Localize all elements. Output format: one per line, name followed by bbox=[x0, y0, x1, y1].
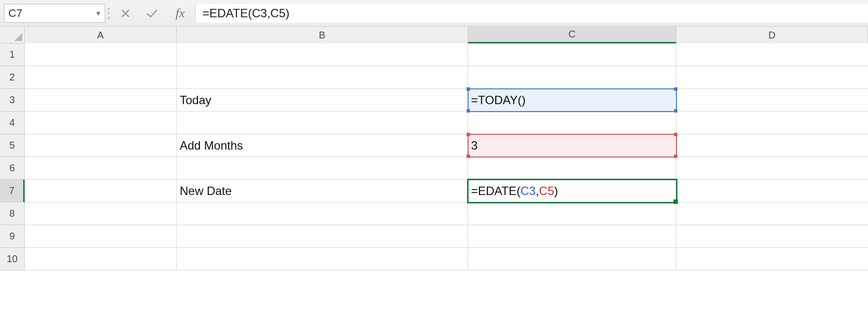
column-headers: A B C D bbox=[0, 27, 868, 43]
row-header[interactable]: 4 bbox=[0, 112, 25, 134]
cell-B8[interactable] bbox=[177, 202, 468, 225]
row-7: 7 New Date =EDATE(C3,C5) bbox=[0, 180, 868, 202]
chevron-down-icon[interactable]: ▼ bbox=[95, 9, 102, 17]
cell-D2[interactable] bbox=[676, 66, 868, 89]
spreadsheet-grid: A B C D 1 2 3 Today =TODAY() bbox=[0, 27, 868, 312]
formula-ref-c3: C3 bbox=[520, 184, 536, 198]
cell-C7[interactable]: =EDATE(C3,C5) bbox=[468, 180, 676, 202]
name-box-value: C7 bbox=[8, 7, 22, 20]
cell-B1[interactable] bbox=[177, 43, 468, 66]
range-handle[interactable] bbox=[467, 109, 470, 113]
cell-C10[interactable] bbox=[468, 248, 676, 271]
row-header[interactable]: 7 bbox=[0, 180, 25, 202]
fill-handle[interactable] bbox=[673, 199, 678, 204]
name-box[interactable]: C7 ▼ bbox=[4, 4, 105, 23]
row-header[interactable]: 1 bbox=[0, 43, 25, 66]
row-header[interactable]: 6 bbox=[0, 157, 25, 180]
row-2: 2 bbox=[0, 66, 868, 89]
cell-C3[interactable]: =TODAY() bbox=[468, 89, 676, 112]
row-header[interactable]: 2 bbox=[0, 66, 25, 89]
cell-B6[interactable] bbox=[177, 157, 468, 180]
cell-D5[interactable] bbox=[676, 134, 868, 157]
formula-ref-c5: C5 bbox=[539, 184, 554, 198]
cell-B2[interactable] bbox=[177, 66, 468, 89]
cell-D1[interactable] bbox=[676, 43, 868, 66]
cell-A7[interactable] bbox=[25, 180, 177, 202]
cell-A2[interactable] bbox=[25, 66, 177, 89]
cell-D4[interactable] bbox=[676, 112, 868, 134]
cell-B10[interactable] bbox=[177, 248, 468, 271]
row-6: 6 bbox=[0, 157, 868, 180]
cancel-icon[interactable] bbox=[112, 4, 139, 23]
row-9: 9 bbox=[0, 225, 868, 248]
row-5: 5 Add Months 3 bbox=[0, 134, 868, 157]
range-handle[interactable] bbox=[467, 133, 470, 136]
formula-segment: ) bbox=[554, 184, 558, 198]
rows: 1 2 3 Today =TODAY() bbox=[0, 43, 868, 271]
row-header[interactable]: 5 bbox=[0, 134, 25, 157]
cell-A5[interactable] bbox=[25, 134, 177, 157]
cell-A8[interactable] bbox=[25, 202, 177, 225]
cell-C5[interactable]: 3 bbox=[468, 134, 676, 157]
row-4: 4 bbox=[0, 112, 868, 134]
cell-D9[interactable] bbox=[676, 225, 868, 248]
row-3: 3 Today =TODAY() bbox=[0, 89, 868, 112]
cell-A3[interactable] bbox=[25, 89, 177, 112]
cell-C1[interactable] bbox=[468, 43, 676, 66]
cell-A1[interactable] bbox=[25, 43, 177, 66]
cell-A4[interactable] bbox=[25, 112, 177, 134]
row-10: 10 bbox=[0, 248, 868, 271]
row-header[interactable]: 3 bbox=[0, 89, 25, 112]
range-handle[interactable] bbox=[674, 133, 677, 136]
column-header-D[interactable]: D bbox=[676, 27, 868, 43]
row-header[interactable]: 8 bbox=[0, 202, 25, 225]
cell-B5[interactable]: Add Months bbox=[177, 134, 468, 157]
cell-D7[interactable] bbox=[676, 180, 868, 202]
cell-A9[interactable] bbox=[25, 225, 177, 248]
row-header[interactable]: 10 bbox=[0, 248, 25, 271]
formula-bar: C7 ▼ fx =EDATE(C3,C5) bbox=[0, 0, 868, 27]
cell-A10[interactable] bbox=[25, 248, 177, 271]
row-8: 8 bbox=[0, 202, 868, 225]
cell-C6[interactable] bbox=[468, 157, 676, 180]
column-header-B[interactable]: B bbox=[177, 27, 468, 43]
column-header-A[interactable]: A bbox=[25, 27, 177, 43]
row-header[interactable]: 9 bbox=[0, 225, 25, 248]
cell-C9[interactable] bbox=[468, 225, 676, 248]
cell-C8[interactable] bbox=[468, 202, 676, 225]
cell-B9[interactable] bbox=[177, 225, 468, 248]
range-handle[interactable] bbox=[467, 87, 470, 91]
cell-B4[interactable] bbox=[177, 112, 468, 134]
range-handle[interactable] bbox=[674, 87, 677, 91]
cell-D6[interactable] bbox=[676, 157, 868, 180]
resize-handle[interactable] bbox=[105, 4, 112, 23]
range-handle[interactable] bbox=[674, 109, 677, 113]
cell-D3[interactable] bbox=[676, 89, 868, 112]
select-all-corner[interactable] bbox=[0, 27, 25, 43]
cell-B7[interactable]: New Date bbox=[177, 180, 468, 202]
enter-icon[interactable] bbox=[139, 4, 165, 23]
row-1: 1 bbox=[0, 43, 868, 66]
cell-value: =TODAY() bbox=[471, 93, 525, 107]
cell-B3[interactable]: Today bbox=[177, 89, 468, 112]
formula-input[interactable]: =EDATE(C3,C5) bbox=[195, 4, 868, 23]
cell-A6[interactable] bbox=[25, 157, 177, 180]
cell-value: 3 bbox=[471, 139, 477, 153]
formula-segment: =EDATE( bbox=[471, 184, 520, 198]
formula-text: =EDATE(C3,C5) bbox=[202, 6, 289, 20]
range-handle[interactable] bbox=[674, 155, 677, 158]
range-handle[interactable] bbox=[467, 155, 470, 158]
column-header-C[interactable]: C bbox=[468, 27, 676, 43]
cell-D8[interactable] bbox=[676, 202, 868, 225]
cell-C2[interactable] bbox=[468, 66, 676, 89]
cell-D10[interactable] bbox=[676, 248, 868, 271]
fx-icon[interactable]: fx bbox=[165, 6, 195, 21]
cell-C4[interactable] bbox=[468, 112, 676, 134]
formula-segment: , bbox=[536, 184, 539, 198]
